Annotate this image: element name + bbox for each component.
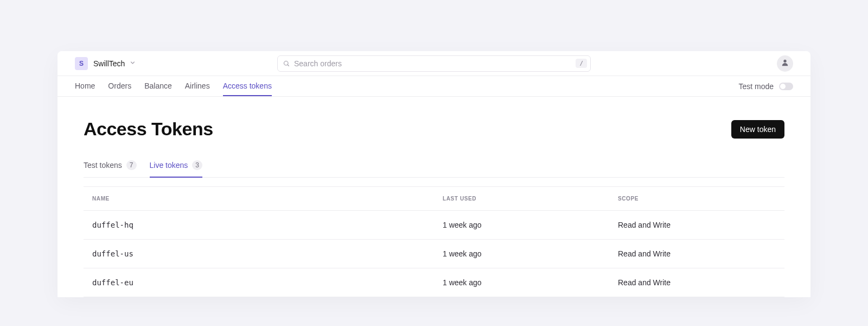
page-title: Access Tokens bbox=[84, 118, 213, 140]
table-header-row: NAME LAST USED SCOPE bbox=[84, 187, 784, 211]
subtab-count-badge: 3 bbox=[192, 160, 202, 170]
toggle-knob bbox=[780, 84, 786, 89]
page-header: Access Tokens New token bbox=[84, 118, 784, 140]
testmode-toggle[interactable] bbox=[779, 83, 793, 90]
org-name: SwillTech bbox=[93, 59, 125, 68]
nav-tab-label: Orders bbox=[108, 82, 131, 90]
org-avatar: S bbox=[75, 57, 88, 70]
tokens-table: NAME LAST USED SCOPE duffel-hq 1 week ag… bbox=[84, 186, 784, 297]
cell-scope: Read and Write bbox=[609, 211, 784, 240]
table-row[interactable]: duffel-hq 1 week ago Read and Write bbox=[84, 211, 784, 240]
subtab-live-tokens[interactable]: Live tokens 3 bbox=[150, 160, 203, 178]
cell-name: duffel-eu bbox=[84, 268, 434, 297]
button-label: New token bbox=[740, 125, 776, 134]
new-token-button[interactable]: New token bbox=[731, 120, 784, 139]
page-content: Access Tokens New token Test tokens 7 Li… bbox=[58, 97, 810, 297]
nav-tab-label: Balance bbox=[144, 82, 172, 90]
svg-line-1 bbox=[288, 65, 289, 66]
cell-scope: Read and Write bbox=[609, 240, 784, 268]
org-switcher[interactable]: S SwillTech bbox=[75, 57, 135, 70]
cell-last-used: 1 week ago bbox=[434, 268, 609, 297]
col-header-name: NAME bbox=[84, 187, 434, 211]
nav-tab-label: Access tokens bbox=[223, 82, 272, 90]
nav-tab-label: Home bbox=[75, 82, 95, 90]
cell-last-used: 1 week ago bbox=[434, 211, 609, 240]
col-header-last-used: LAST USED bbox=[434, 187, 609, 211]
cell-name: duffel-hq bbox=[84, 211, 434, 240]
subtab-count-badge: 7 bbox=[126, 160, 137, 170]
nav-right: Test mode bbox=[738, 76, 793, 96]
col-header-scope: SCOPE bbox=[609, 187, 784, 211]
org-initial: S bbox=[79, 60, 84, 67]
search-field[interactable]: / bbox=[277, 55, 591, 72]
table-row[interactable]: duffel-us 1 week ago Read and Write bbox=[84, 240, 784, 268]
nav-tab-home[interactable]: Home bbox=[75, 76, 95, 96]
cell-scope: Read and Write bbox=[609, 268, 784, 297]
nav-tabs: Home Orders Balance Airlines Access toke… bbox=[75, 76, 272, 96]
navbar: Home Orders Balance Airlines Access toke… bbox=[58, 76, 810, 97]
testmode-label: Test mode bbox=[738, 82, 774, 91]
token-subtabs: Test tokens 7 Live tokens 3 bbox=[84, 160, 784, 178]
subtab-label: Live tokens bbox=[150, 161, 188, 170]
nav-tab-label: Airlines bbox=[185, 82, 210, 90]
cell-last-used: 1 week ago bbox=[434, 240, 609, 268]
search-input[interactable] bbox=[290, 59, 576, 68]
subtab-label: Test tokens bbox=[84, 161, 122, 170]
search-icon bbox=[283, 60, 290, 67]
table-row[interactable]: duffel-eu 1 week ago Read and Write bbox=[84, 268, 784, 297]
subtab-test-tokens[interactable]: Test tokens 7 bbox=[84, 160, 137, 178]
topbar: S SwillTech / bbox=[58, 51, 810, 76]
search-shortcut-badge: / bbox=[576, 59, 587, 68]
cell-name: duffel-us bbox=[84, 240, 434, 268]
app-window: S SwillTech / Home Orders bbox=[58, 51, 810, 297]
chevron-down-icon bbox=[130, 60, 135, 66]
nav-tab-access-tokens[interactable]: Access tokens bbox=[223, 76, 272, 96]
nav-tab-balance[interactable]: Balance bbox=[144, 76, 172, 96]
svg-point-2 bbox=[783, 59, 786, 62]
user-icon bbox=[781, 59, 789, 68]
user-avatar[interactable] bbox=[777, 55, 793, 72]
nav-tab-airlines[interactable]: Airlines bbox=[185, 76, 210, 96]
search-container: / bbox=[277, 55, 591, 72]
nav-tab-orders[interactable]: Orders bbox=[108, 76, 131, 96]
